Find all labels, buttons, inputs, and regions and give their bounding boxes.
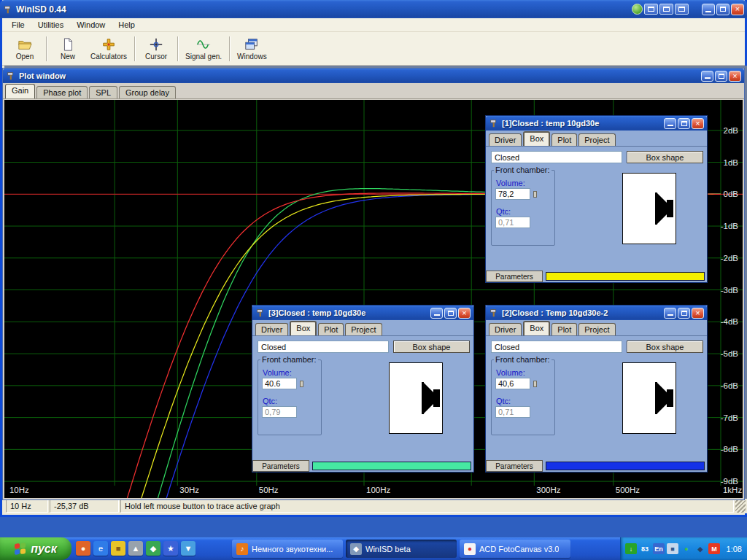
parameters-tab[interactable]: Parameters — [486, 460, 543, 472]
main-minimize-button[interactable] — [702, 4, 715, 15]
tab-group-delay[interactable]: Group delay — [119, 86, 176, 98]
qtc-label: Qtc: — [496, 207, 511, 216]
new-button[interactable]: New — [50, 34, 86, 64]
quicklaunch-icon-4[interactable]: ▲ — [128, 541, 143, 556]
quicklaunch-icon-7[interactable]: ▼ — [181, 541, 196, 556]
tray-icon-1[interactable]: ■ — [667, 543, 678, 554]
pw2-close-button[interactable]: × — [692, 308, 704, 319]
tab-driver[interactable]: Driver — [489, 323, 522, 335]
svg-text:10Hz: 10Hz — [9, 486, 29, 494]
taskbar-task-3[interactable]: ●ACD FotoCanvas v3.0 — [460, 540, 570, 558]
quicklaunch-icon-5[interactable]: ◆ — [146, 541, 160, 556]
open-button[interactable]: Open — [7, 34, 43, 64]
pw2-maximize-button[interactable] — [678, 308, 690, 319]
taskbar-task-1[interactable]: ♪Немного звукотехни... — [232, 540, 343, 558]
task-label: ACD FotoCanvas v3.0 — [479, 545, 559, 553]
project-window-1-titlebar[interactable]: [1]Closed : temp 10gd30e × — [486, 116, 707, 131]
volume-input[interactable] — [495, 188, 530, 200]
nvidia-nview-icon[interactable] — [632, 4, 643, 15]
box-shape-button[interactable]: Box shape — [627, 151, 703, 163]
volume-input[interactable] — [262, 378, 297, 389]
parameters-tab[interactable]: Parameters — [486, 271, 543, 282]
pw1-close-button[interactable]: × — [692, 118, 704, 129]
box-shape-button[interactable]: Box shape — [393, 341, 470, 353]
nview-button-3[interactable] — [675, 4, 689, 15]
tab-gain[interactable]: Gain — [5, 84, 35, 98]
plot-close-button[interactable]: × — [729, 71, 741, 82]
nview-button-2[interactable] — [659, 4, 673, 15]
tab-phase-plot[interactable]: Phase plot — [36, 86, 88, 98]
pw3-close-button[interactable]: × — [458, 308, 471, 319]
quicklaunch-icon-6[interactable]: ★ — [163, 541, 178, 556]
task-icon: ● — [464, 543, 476, 555]
quicklaunch-icon-2[interactable]: e — [93, 541, 108, 556]
front-chamber-group: Front chamber: Volume: Qtc: — [491, 170, 555, 246]
tab-project[interactable]: Project — [578, 133, 615, 146]
tab-plot[interactable]: Plot — [318, 323, 344, 335]
svg-text:30Hz: 30Hz — [179, 486, 199, 494]
quick-launch-bar: ●e■▲◆★▼ — [76, 541, 196, 556]
volume-spinner[interactable] — [533, 381, 537, 387]
plot-restore-button[interactable] — [715, 71, 727, 82]
language-indicator[interactable]: En — [653, 543, 665, 554]
taskbar-clock[interactable]: 1:08 — [727, 545, 742, 553]
pw3-minimize-button[interactable] — [430, 308, 443, 319]
plot-window-titlebar[interactable]: Plot window × — [3, 69, 744, 83]
box-shape-button[interactable]: Box shape — [627, 341, 703, 353]
start-button[interactable]: пуск — [0, 537, 71, 560]
quicklaunch-icon-3[interactable]: ■ — [111, 541, 125, 556]
menu-help[interactable]: Help — [112, 19, 142, 31]
svg-text:500Hz: 500Hz — [616, 486, 640, 494]
main-close-button[interactable]: × — [731, 4, 744, 15]
tab-box[interactable]: Box — [523, 131, 550, 146]
main-maximize-button[interactable] — [716, 4, 729, 15]
pw2-minimize-button[interactable] — [664, 308, 676, 319]
parameters-tab[interactable]: Parameters — [252, 460, 309, 472]
tab-plot[interactable]: Plot — [551, 133, 577, 146]
nview-toolbar — [632, 4, 689, 15]
mail-agent-icon[interactable]: M — [708, 543, 720, 554]
tab-plot[interactable]: Plot — [551, 323, 577, 335]
pw3-maximize-button[interactable] — [444, 308, 457, 319]
quicklaunch-icon-1[interactable]: ● — [76, 541, 90, 556]
taskbar-task-2[interactable]: ◆WinISD beta — [346, 540, 457, 558]
tray-icon-2[interactable]: ● — [681, 543, 692, 554]
box-type-select[interactable]: Closed — [258, 341, 389, 353]
svg-text:0dB: 0dB — [724, 190, 739, 198]
pw1-maximize-button[interactable] — [678, 118, 690, 129]
nview-button-1[interactable] — [644, 4, 658, 15]
download-manager-icon[interactable]: ↓ — [625, 543, 637, 554]
box-type-select[interactable]: Closed — [491, 151, 622, 163]
windows-button[interactable]: Windows — [233, 34, 271, 64]
resize-grip[interactable] — [735, 499, 746, 513]
counter-badge[interactable]: 83 — [639, 543, 651, 554]
cursor-button[interactable]: Cursor — [138, 34, 174, 64]
box-type-select[interactable]: Closed — [491, 341, 622, 353]
menu-window[interactable]: Window — [70, 19, 112, 31]
tab-driver[interactable]: Driver — [489, 133, 522, 146]
plot-minimize-button[interactable] — [701, 71, 713, 82]
project-window-3-titlebar[interactable]: [3]Closed : temp 10gd30e × — [252, 306, 473, 320]
volume-label: Volume: — [496, 179, 525, 187]
calculators-button[interactable]: Calculators — [86, 34, 131, 64]
menu-utilities[interactable]: Utilities — [31, 19, 70, 31]
open-folder-icon — [17, 37, 33, 52]
tray-icon-3[interactable]: ◆ — [694, 543, 706, 554]
signal-gen-button[interactable]: Signal gen. — [181, 34, 226, 64]
project-window-2-titlebar[interactable]: [2]Closed : Temp 10gd30e-2 × — [486, 306, 707, 320]
tab-project[interactable]: Project — [345, 323, 382, 335]
tab-project[interactable]: Project — [578, 323, 615, 335]
tab-box[interactable]: Box — [523, 321, 550, 335]
volume-input[interactable] — [495, 378, 530, 389]
tab-spl[interactable]: SPL — [89, 86, 117, 98]
volume-spinner[interactable] — [533, 191, 537, 198]
tab-box[interactable]: Box — [290, 321, 317, 335]
volume-spinner[interactable] — [300, 381, 303, 387]
main-titlebar[interactable]: WinISD 0.44 × — [0, 0, 747, 18]
windows-button-label: Windows — [237, 52, 267, 61]
toolbar-separator — [229, 36, 230, 61]
tab-driver[interactable]: Driver — [255, 323, 288, 335]
new-document-icon — [60, 37, 76, 52]
menu-file[interactable]: File — [5, 19, 31, 31]
pw1-minimize-button[interactable] — [664, 118, 676, 129]
